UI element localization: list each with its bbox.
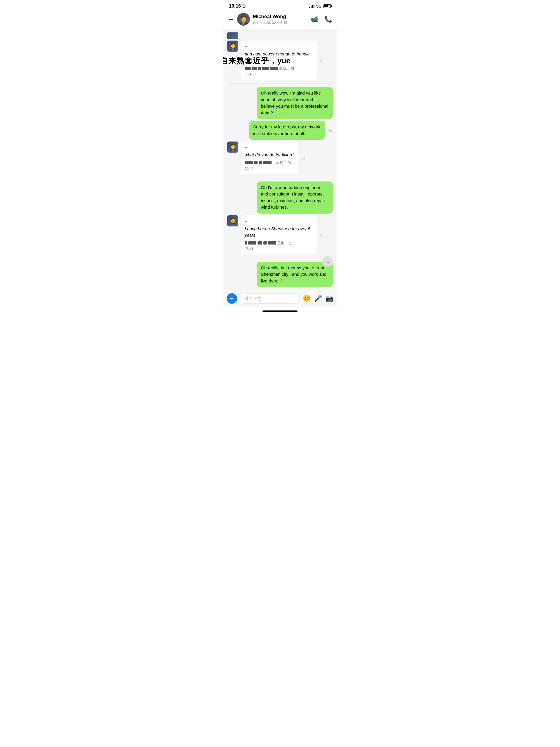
forwarded-meta-4: ，星期二 的 16:40 [245,160,294,171]
add-icon: + [230,295,234,302]
message-bubble-4: ↵ what do you do for living? ，星期二 的 16:4… [241,141,298,174]
message-row-3: Sorry for my late reply, my network isn'… [227,121,333,140]
message-row-7: Oh really that means you're from Shenzhe… [227,262,333,287]
chevron-down-icon: ⌄ [325,258,330,265]
sender-avatar-1: 🤵 [227,41,238,52]
message-bubble-1: ↵ and i am power enough to handle it 星期二… [241,41,317,80]
redact-3 [258,67,261,70]
redact-6c [258,241,262,244]
avatar-icon: 🤵 [239,15,249,24]
message-row-2: Oh really wow I'm glad you like your job… [227,87,333,119]
forwarded-text-1: and i am power enough to handle it [245,51,310,63]
input-actions: 😊 🎤 📷 [303,295,334,302]
forwarded-date-1: 星期二 的 [279,66,294,71]
redact-6b [248,241,257,244]
redact-4b [254,161,258,164]
divider-3 [227,258,333,258]
home-indicator [223,307,337,315]
message-row-1: 🤵 ↵ and i am power enough to handle it 星… [227,41,333,80]
redact-1 [245,67,251,70]
forwarded-content-6: I have been i Shenzhen for over 5 years [245,226,313,239]
battery-icon [323,4,331,8]
redact-2 [252,67,257,70]
home-bar [263,310,297,312]
redact-6e [268,241,276,244]
contact-name: Micheal Wong [253,14,311,20]
divider-1 [227,83,333,83]
divider-2 [227,178,333,178]
message-input[interactable]: 键入消息 [240,293,300,304]
message-text-7: Oh really that means you're from Shenzhe… [261,265,326,283]
message-text-2: Oh really wow I'm glad you like your job… [261,91,328,115]
forwarded-time-6: 16:41 [245,246,313,252]
status-right: 5G [309,4,331,8]
status-time-icon: ⏱ [242,4,246,8]
message-row-6: 🤵 ↵ I have been i Shenzhen for over 5 ye… [227,215,333,254]
message-row-4: 🤵 ↵ what do you do for living? ，星期二 的 16… [227,141,333,174]
emoji-button[interactable]: 😊 [303,295,311,302]
redact-4 [262,67,269,70]
forwarded-text-4: what do you do for living? [245,152,294,157]
forwarded-meta-6: 星期二 的 16:41 [245,240,313,252]
message-row-5: Oh I'm a wind turbine engineer and consu… [227,181,333,213]
scroll-down-button[interactable]: ⌄ [322,256,333,267]
forwarded-indicator-1: ↵ [245,44,313,50]
header-actions: 📹 📞 [311,16,332,23]
contact-info: Micheal Wong 上次上线: 15 小时前 [253,14,311,25]
partial-avatar [227,32,238,39]
signal-icon [309,4,314,8]
contact-avatar: 🤵 [237,13,250,26]
message-bubble-7: Oh really that means you're from Shenzhe… [257,262,333,287]
redact-4d [263,161,271,164]
message-bubble-5: Oh I'm a wind turbine engineer and consu… [257,181,333,213]
message-text-3: Sorry for my late reply, my network isn'… [253,124,321,136]
chat-header: ← 🤵 Micheal Wong 上次上线: 15 小时前 📹 📞 [223,10,337,29]
forwarded-meta-1: 星期二 的 16:40 [245,66,313,77]
avatar-figure: 🤵 [237,13,250,26]
time-display: 10:16 [229,3,241,9]
reaction-icon-6[interactable]: ☺ [319,232,324,238]
input-placeholder: 键入消息 [244,296,262,302]
redacted-line-1: 星期二 的 [245,66,313,71]
message-bubble-2: Oh really wow I'm glad you like your job… [257,87,333,119]
redacted-line-4: ，星期二 的 [245,160,294,165]
online-dot [253,22,255,24]
redact-6d [263,241,267,244]
status-time: 10:16 ⏱ [229,3,246,9]
sender-avatar-6: 🤵 [227,215,238,227]
last-seen-label: 上次上线: 15 小时前 [256,20,287,25]
forwarded-content-4: what do you do for living? [245,152,294,158]
status-bar: 10:16 ⏱ 5G [223,0,337,10]
network-type: 5G [316,4,322,8]
message-row-top-partial [227,32,333,39]
contact-status: 上次上线: 15 小时前 [253,20,311,25]
redact-6a [245,241,247,244]
forwarded-indicator-4: ↵ [245,145,294,151]
forwarded-time-1: 16:40 [245,72,313,77]
camera-button[interactable]: 📷 [325,295,334,302]
forwarded-date-4: ，星期二 的 [273,160,291,165]
voice-call-button[interactable]: 📞 [324,16,332,23]
forwarded-indicator-6: ↵ [245,218,313,224]
add-button[interactable]: + [226,293,237,304]
mic-button[interactable]: 🎤 [314,295,322,302]
forwarded-date-6: 星期二 的 [277,240,292,246]
forwarded-time-4: 16:40 [245,166,294,171]
reaction-icon-1[interactable]: ☺ [319,58,324,64]
back-button[interactable]: ← [228,16,234,23]
chat-body: 自来熟套近乎， yue 🤵 ↵ and i am power enough to… [223,29,337,290]
redact-4a [245,161,253,164]
sender-avatar-4: 🤵 [227,141,238,153]
message-bubble-6: ↵ I have been i Shenzhen for over 5 year… [241,215,317,254]
redact-5 [270,67,278,70]
video-call-button[interactable]: 📹 [311,16,319,23]
forwarded-text-6: I have been i Shenzhen for over 5 years [245,226,310,238]
forwarded-content-1: and i am power enough to handle it [245,51,313,64]
redact-4c [259,161,262,164]
input-bar: + 键入消息 😊 🎤 📷 [223,290,337,307]
message-bubble-3: Sorry for my late reply, my network isn'… [249,121,325,140]
reaction-icon-3[interactable]: ☺ [327,128,333,134]
message-text-5: Oh I'm a wind turbine engineer and consu… [261,185,325,210]
reaction-icon-4[interactable]: ☺ [301,155,306,161]
redacted-line-6: 星期二 的 [245,240,313,246]
